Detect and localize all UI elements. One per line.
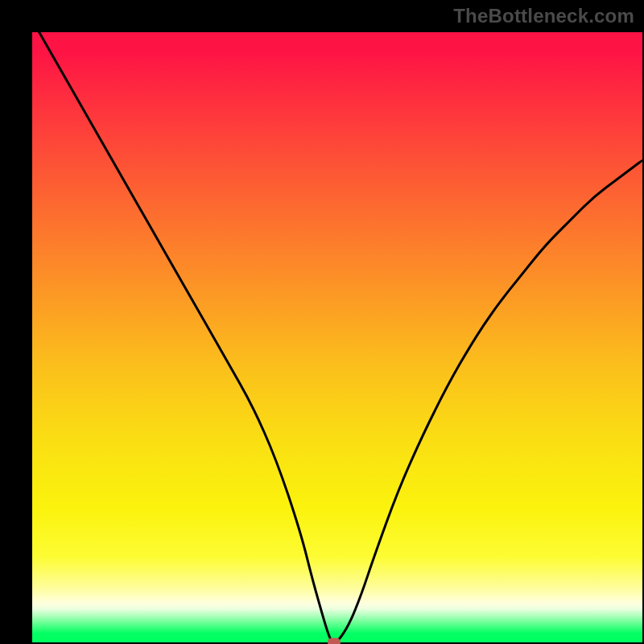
chart-frame: TheBottleneck.com	[0, 0, 644, 644]
watermark-text: TheBottleneck.com	[453, 5, 634, 27]
chart-curve	[32, 32, 642, 642]
bottleneck-curve-path	[32, 32, 642, 642]
minimum-marker	[328, 638, 341, 645]
